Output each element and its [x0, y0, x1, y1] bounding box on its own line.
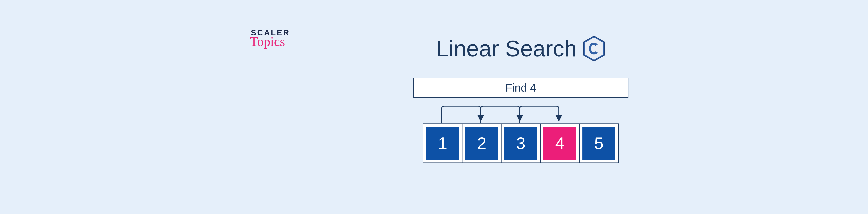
search-arrows [422, 99, 620, 123]
find-target-box: Find 4 [413, 78, 628, 98]
array-cell-value: 5 [582, 127, 615, 160]
scaler-topics-logo: SCALER Topics [251, 29, 290, 48]
array-cell-value: 3 [504, 127, 537, 160]
arrow-step-2 [481, 106, 520, 122]
logo-bottom-text: Topics [250, 35, 290, 48]
array-cell: 2 [462, 123, 501, 163]
c-language-icon [583, 36, 606, 62]
find-label: Find 4 [505, 81, 536, 94]
array-cell: 3 [501, 123, 540, 163]
array-cell-value: 4 [544, 127, 576, 160]
array-cell: 1 [423, 123, 462, 163]
array-cell: 5 [579, 123, 619, 163]
array-cell-found: 4 [540, 123, 580, 163]
arrow-step-1 [442, 106, 481, 122]
diagram-canvas: SCALER Topics Linear Search Find 4 1 [0, 0, 868, 214]
arrow-step-3 [520, 106, 559, 122]
title-row: Linear Search [436, 36, 606, 62]
array-cell-value: 1 [426, 127, 459, 160]
array-row: 1 2 3 4 5 [423, 123, 619, 163]
array-cell-value: 2 [465, 127, 498, 160]
page-title: Linear Search [436, 36, 577, 62]
